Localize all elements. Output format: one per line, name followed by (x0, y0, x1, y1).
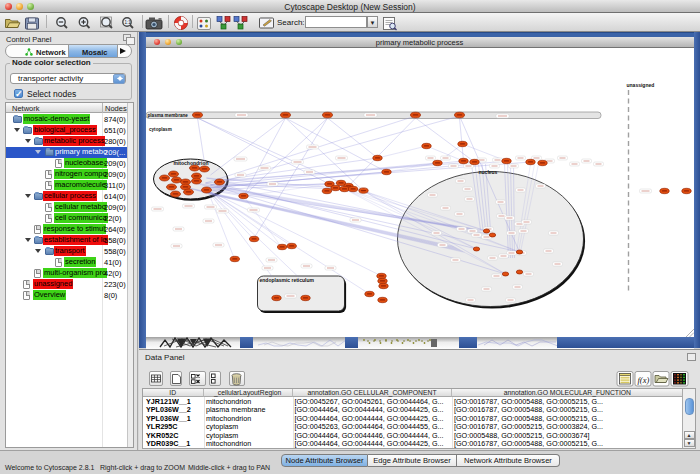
svg-text:f(x): f(x) (638, 374, 650, 384)
svg-text:unassigned: unassigned (626, 82, 654, 88)
svg-text:cytoplasm: cytoplasm (149, 127, 172, 132)
svg-text:mitochondrion: mitochondrion (173, 160, 208, 166)
svg-text:nucleus: nucleus (478, 169, 497, 175)
svg-text:endoplasmic reticulum: endoplasmic reticulum (259, 277, 314, 283)
svg-text:plasma membrane: plasma membrane (147, 113, 188, 118)
svg-text:1:1: 1:1 (124, 20, 131, 25)
